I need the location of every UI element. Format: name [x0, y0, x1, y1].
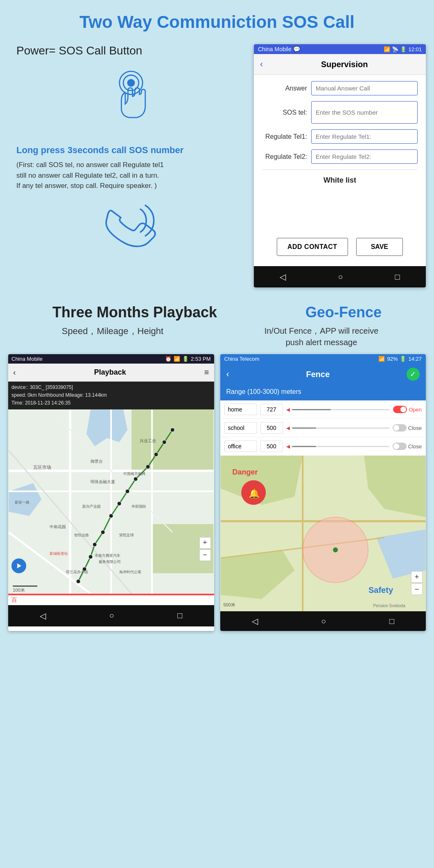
phone-header: ‹ Supervision — [254, 54, 426, 75]
fence-school-track — [292, 427, 389, 429]
fence-home-name[interactable] — [224, 404, 257, 415]
fence-office-name[interactable] — [224, 441, 257, 452]
geofence-subtitle-wrap: In/Out Fence，APP will receive push alert… — [217, 325, 426, 348]
fence-battery-pct: 92% — [387, 356, 398, 362]
playback-time: 2:53 PM — [191, 356, 210, 362]
fence-office-toggle[interactable]: Close — [393, 443, 422, 450]
speed-info-text: speed: 0km Northbound Mileage: 13.144km — [11, 391, 211, 399]
title-sos: SOS Call — [282, 12, 355, 32]
map-container: 五区市场 御景台 兴业工业 新安一路 中南花园 明珠金融大厦 中国南方电网 新兴… — [8, 409, 214, 594]
nav-back-button[interactable]: ◁ — [280, 272, 286, 282]
bottom-subtitles: Speed，Mileage，Height In/Out Fence，APP wi… — [8, 325, 426, 348]
page-title: Two Way Communiction SOS Call — [79, 12, 355, 32]
signal-icon: 📶 — [384, 46, 390, 52]
fence-time: 14:27 — [408, 356, 422, 362]
playback-menu-button[interactable]: ≡ — [204, 368, 209, 377]
map-watermark: 百 — [8, 595, 214, 605]
back-button[interactable]: ‹ — [260, 59, 263, 70]
fence-school-slider: ◂ — [286, 423, 389, 432]
whitelist-section: White list — [262, 170, 418, 191]
hand-press-icon — [98, 66, 164, 133]
fence-row-home: ◂ Open — [220, 400, 426, 419]
nav-recent-button[interactable]: □ — [395, 272, 400, 282]
fence-school-name[interactable] — [224, 422, 257, 434]
add-contact-button[interactable]: ADD CONTACT — [277, 238, 348, 256]
svg-text:中国南方电网: 中国南方电网 — [123, 472, 145, 476]
fence-nav-recent[interactable]: □ — [389, 617, 394, 626]
map-play-button[interactable] — [11, 558, 26, 573]
svg-text:中南花园: 中南花园 — [50, 524, 66, 529]
fence-home-toggle[interactable]: Open — [393, 406, 422, 413]
sos-tel-input[interactable] — [311, 101, 418, 124]
fence-office-status: Close — [408, 443, 422, 450]
fence-office-track — [292, 446, 389, 447]
fence-back-button[interactable]: ‹ — [226, 369, 229, 380]
status-time: 12:01 — [408, 46, 422, 52]
nav-home-button[interactable]: ○ — [338, 272, 343, 282]
fence-nav-back[interactable]: ◁ — [252, 616, 258, 626]
fence-school-toggle[interactable]: Close — [393, 424, 422, 432]
phone-nav-bar: ◁ ○ □ — [254, 266, 426, 287]
regulate-tel1-input[interactable] — [311, 129, 418, 144]
fence-office-fill — [292, 446, 316, 447]
svg-text:海岸时代公寓: 海岸时代公寓 — [119, 570, 141, 574]
svg-point-20 — [133, 477, 138, 481]
fence-home-status: Open — [409, 407, 422, 413]
zoom-in-button[interactable]: + — [199, 537, 211, 549]
fence-battery-icon: 🔋 — [400, 356, 406, 362]
svg-text:新城检查站: 新城检查站 — [50, 552, 68, 556]
svg-point-19 — [146, 465, 150, 469]
fence-home-slider: ◂ — [286, 405, 390, 414]
svg-text:明珠金融大厦: 明珠金融大厦 — [90, 479, 115, 484]
wechat-icon: 💬 — [293, 46, 300, 52]
supervision-title: Supervision — [269, 60, 420, 69]
svg-point-26 — [88, 555, 93, 559]
hand-icon-container — [16, 66, 246, 133]
playback-nav-recent[interactable]: □ — [177, 611, 182, 620]
svg-point-2 — [127, 79, 135, 87]
playback-status-bar: China Mobile ⏰ 📶 🔋 2:53 PM — [8, 354, 214, 364]
fence-map: 🔔 Danger Safety 500米 Pension Svoboda + — [220, 456, 426, 611]
playback-subtitle: Speed，Mileage，Height — [8, 325, 217, 337]
fence-school-value[interactable] — [260, 422, 283, 434]
bottom-section: Three Months Playback Geo-Fence Speed，Mi… — [0, 296, 434, 643]
fence-rows: ◂ Open ◂ — [220, 400, 426, 456]
fence-row-school: ◂ Close — [220, 419, 426, 437]
answer-input[interactable] — [311, 81, 418, 95]
regulate-tel2-input[interactable] — [311, 149, 418, 164]
sos-press-label: Long press 3seconds call SOS number — [16, 145, 183, 156]
playback-nav-home[interactable]: ○ — [109, 611, 114, 620]
fence-status-bar: China Telecom 📶 92% 🔋 14:27 — [220, 354, 426, 364]
fence-zoom-in[interactable]: + — [411, 571, 423, 583]
fence-home-toggle-dot — [393, 406, 407, 413]
fence-header: ‹ Fence ✓ — [220, 364, 426, 385]
svg-point-22 — [117, 502, 121, 506]
playback-phone: China Mobile ⏰ 📶 🔋 2:53 PM ‹ Playback ≡ … — [8, 354, 214, 631]
title-text: Two Way Communiction — [79, 12, 282, 32]
playback-back-button[interactable]: ‹ — [13, 368, 16, 377]
fence-school-fill — [292, 427, 316, 429]
regulate-tel2-label: Regulate Tel2: — [262, 153, 311, 160]
svg-text:兴业工业: 兴业工业 — [140, 439, 156, 443]
fence-office-value[interactable] — [260, 441, 283, 452]
playback-title: Three Months Playback — [52, 304, 217, 321]
zoom-out-button[interactable]: − — [199, 549, 211, 561]
playback-battery-icon: 🔋 — [182, 356, 189, 362]
svg-text:智恒达路: 智恒达路 — [74, 533, 89, 537]
fence-confirm-button[interactable]: ✓ — [407, 368, 420, 381]
fence-danger-label: Danger — [233, 468, 258, 477]
playback-carrier: China Mobile — [11, 356, 43, 362]
playback-nav-back[interactable]: ◁ — [40, 611, 46, 621]
regulate-tel1-row: Regulate Tel1: — [262, 129, 418, 144]
svg-text:新安一路: 新安一路 — [15, 500, 29, 504]
fence-home-value[interactable] — [260, 404, 283, 415]
fence-zoom-out[interactable]: − — [411, 583, 423, 595]
svg-text:市南方腾星汽车: 市南方腾星汽车 — [95, 554, 120, 558]
phone-actions: ADD CONTACT SAVE — [254, 230, 426, 266]
fence-range-label: Range (100-3000) meters — [220, 385, 426, 400]
save-button[interactable]: SAVE — [356, 238, 403, 256]
fence-nav-home[interactable]: ○ — [321, 617, 326, 626]
wifi-icon: 📡 — [392, 46, 398, 52]
whitelist-title: White list — [262, 176, 418, 185]
map-controls: + − — [199, 537, 211, 561]
